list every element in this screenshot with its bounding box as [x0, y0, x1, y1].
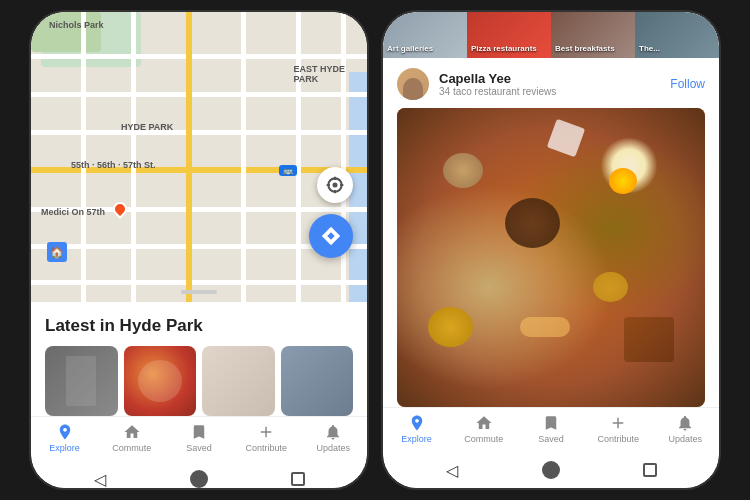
- nav2-contribute-label: Contribute: [597, 434, 639, 444]
- carousel-other-label: The...: [639, 45, 660, 54]
- thumb-3[interactable]: [202, 346, 275, 416]
- nav-updates[interactable]: Updates: [309, 423, 357, 453]
- map-label-east-hyde: EAST HYDEPARK: [293, 64, 345, 84]
- top-carousel: Art galleries Pizza restaurants Best bre…: [383, 12, 719, 58]
- nav-explore[interactable]: Explore: [41, 423, 89, 453]
- carousel-pizza-label: Pizza restaurants: [471, 45, 537, 54]
- reviewer-avatar: [397, 68, 429, 100]
- back-button-2[interactable]: ◁: [442, 460, 462, 480]
- nav-saved-label: Saved: [186, 443, 212, 453]
- map-area: Nichols Park EAST HYDEPARK HYDE PARK 55t…: [31, 12, 367, 302]
- svg-point-5: [333, 183, 338, 188]
- thumb-2[interactable]: [124, 346, 197, 416]
- nav2-saved[interactable]: Saved: [527, 414, 575, 444]
- home-button-1[interactable]: [189, 469, 209, 488]
- carousel-art[interactable]: Art galleries: [383, 12, 467, 58]
- nav2-saved-label: Saved: [538, 434, 564, 444]
- carousel-breakfast[interactable]: Best breakfasts: [551, 12, 635, 58]
- photo-thumbnails: [45, 346, 353, 416]
- nav2-updates-label: Updates: [669, 434, 703, 444]
- home-map-icon: 🏠: [47, 242, 67, 262]
- nav2-commute[interactable]: Commute: [460, 414, 508, 444]
- nav2-explore[interactable]: Explore: [393, 414, 441, 444]
- thumb-1[interactable]: [45, 346, 118, 416]
- nav-commute-label: Commute: [112, 443, 151, 453]
- nav2-explore-label: Explore: [401, 434, 432, 444]
- phone-2: Art galleries Pizza restaurants Best bre…: [381, 10, 721, 490]
- reviewer-subtitle: 34 taco restaurant reviews: [439, 86, 670, 97]
- bottom-nav-2: Explore Commute Saved Contribute Updates: [383, 407, 719, 454]
- transit-badge: 🚌: [279, 165, 297, 176]
- system-nav-1: ◁: [31, 463, 367, 488]
- carousel-breakfast-label: Best breakfasts: [555, 45, 615, 54]
- carousel-other[interactable]: The...: [635, 12, 719, 58]
- reviewer-section: Capella Yee 34 taco restaurant reviews F…: [383, 58, 719, 108]
- food-image: [397, 108, 705, 407]
- drag-handle[interactable]: [181, 290, 217, 294]
- nav-explore-label: Explore: [49, 443, 80, 453]
- phone-1: Nichols Park EAST HYDEPARK HYDE PARK 55t…: [29, 10, 369, 490]
- nav-contribute-label: Contribute: [245, 443, 287, 453]
- location-button[interactable]: [317, 167, 353, 203]
- maps-direction-button[interactable]: [309, 214, 353, 258]
- back-button-1[interactable]: ◁: [90, 469, 110, 488]
- nav-contribute[interactable]: Contribute: [242, 423, 290, 453]
- carousel-art-label: Art galleries: [387, 45, 433, 54]
- reviewer-name: Capella Yee: [439, 71, 670, 86]
- recents-button-2[interactable]: [640, 460, 660, 480]
- nav2-commute-label: Commute: [464, 434, 503, 444]
- latest-section: Latest in Hyde Park: [31, 302, 367, 416]
- recents-button-1[interactable]: [288, 469, 308, 488]
- map-label-medici: Medici On 57th: [41, 207, 105, 217]
- bottom-nav-1: Explore Commute Saved Contribute Updates: [31, 416, 367, 463]
- thumb-4[interactable]: [281, 346, 354, 416]
- nav2-contribute[interactable]: Contribute: [594, 414, 642, 444]
- home-button-2[interactable]: [541, 460, 561, 480]
- map-label-hyde: HYDE PARK: [121, 122, 173, 132]
- carousel-pizza[interactable]: Pizza restaurants: [467, 12, 551, 58]
- follow-button[interactable]: Follow: [670, 77, 705, 91]
- nav-commute[interactable]: Commute: [108, 423, 156, 453]
- map-label-nichols: Nichols Park: [49, 20, 104, 30]
- section-title: Latest in Hyde Park: [45, 316, 353, 336]
- nav-saved[interactable]: Saved: [175, 423, 223, 453]
- nav2-updates[interactable]: Updates: [661, 414, 709, 444]
- system-nav-2: ◁: [383, 454, 719, 488]
- nav-updates-label: Updates: [317, 443, 351, 453]
- map-label-55th: 55th · 56th · 57th St.: [71, 160, 156, 170]
- reviewer-info: Capella Yee 34 taco restaurant reviews: [439, 71, 670, 97]
